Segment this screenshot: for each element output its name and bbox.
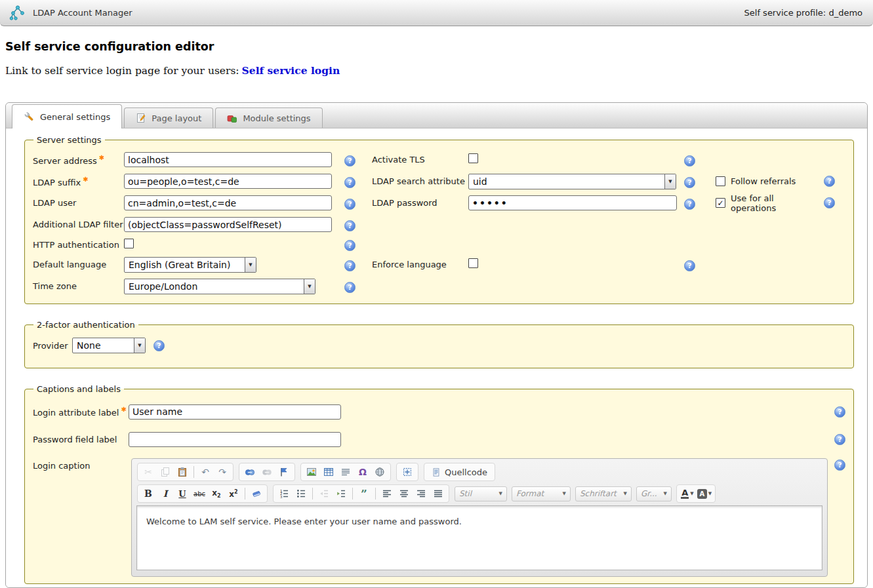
editor-content-area[interactable]: Welcome to LAM self service. Please ente…: [136, 505, 822, 570]
activate-tls-checkbox[interactable]: [468, 153, 478, 163]
remove-format-button[interactable]: [248, 486, 265, 501]
server-settings-fieldset: Server settings Server address✱ ? Activa…: [24, 135, 854, 304]
redo-button[interactable]: ↷: [214, 464, 231, 480]
ldap-password-input[interactable]: [468, 195, 677, 210]
row-login-attribute-label: Login attribute label✱ ?: [33, 398, 845, 425]
paste-button[interactable]: [174, 464, 191, 480]
font-size-combo[interactable]: Gr...▼: [636, 486, 672, 501]
align-justify-button[interactable]: [430, 486, 447, 501]
server-address-input[interactable]: [124, 152, 332, 167]
default-language-select[interactable]: English (Great Britain)▼: [124, 257, 256, 273]
iframe-button[interactable]: [371, 464, 388, 480]
help-icon[interactable]: ?: [344, 199, 355, 210]
help-icon[interactable]: ?: [684, 155, 695, 167]
http-authentication-checkbox[interactable]: [124, 239, 134, 248]
enforce-language-checkbox[interactable]: [468, 258, 478, 268]
cut-button[interactable]: ✂: [140, 464, 157, 480]
tab-page-layout[interactable]: Page layout: [124, 108, 213, 128]
password-field-label-input[interactable]: [129, 432, 341, 447]
special-character-button[interactable]: Ω: [354, 464, 371, 480]
bulleted-list-icon: [296, 488, 306, 499]
bulleted-list-button[interactable]: [293, 486, 310, 501]
text-color-button[interactable]: A▼: [679, 486, 696, 501]
login-link-line: Link to self service login page for your…: [5, 64, 873, 77]
dropdown-arrow-icon: ▼: [304, 279, 315, 294]
help-icon[interactable]: ?: [344, 240, 355, 251]
dropdown-arrow-icon: ▼: [494, 491, 502, 496]
blockquote-button[interactable]: ”: [355, 486, 373, 501]
help-icon[interactable]: ?: [684, 177, 695, 188]
paste-icon: [177, 467, 188, 477]
maximize-button[interactable]: [399, 464, 416, 480]
help-icon[interactable]: ?: [834, 406, 845, 418]
help-icon[interactable]: ?: [344, 220, 355, 231]
background-color-button[interactable]: A▼: [696, 486, 713, 501]
activate-tls-label: Activate TLS: [372, 155, 468, 165]
outdent-icon: [319, 488, 329, 499]
underline-button[interactable]: U: [174, 486, 191, 501]
ldap-password-label: LDAP password: [372, 198, 468, 208]
profile-label: Self service profile: d_demo: [744, 8, 863, 18]
anchor-button[interactable]: [275, 464, 293, 480]
undo-button[interactable]: ↶: [197, 464, 214, 480]
copy-button[interactable]: [157, 464, 174, 480]
tab-module-settings[interactable]: Module settings: [215, 108, 322, 128]
insert-image-button[interactable]: [303, 464, 320, 480]
styles-combo[interactable]: Stil▼: [455, 486, 507, 501]
superscript-icon: x2: [229, 489, 237, 499]
insert-link-button[interactable]: [241, 464, 258, 480]
login-link-text: Link to self service login page for your…: [5, 65, 239, 77]
use-for-all-operations-checkbox[interactable]: ✓: [716, 198, 725, 208]
align-left-button[interactable]: [378, 486, 396, 501]
modules-icon: [227, 113, 237, 123]
format-combo-label: Format: [516, 489, 544, 498]
horizontal-rule-button[interactable]: [337, 464, 354, 480]
follow-referrals-checkbox[interactable]: [716, 176, 725, 186]
provider-select[interactable]: None▼: [72, 338, 146, 353]
ldap-search-attribute-select[interactable]: uid▼: [468, 174, 676, 189]
strikethrough-button[interactable]: abc: [191, 486, 208, 501]
follow-referrals-label: Follow referrals: [731, 176, 796, 186]
table-icon: [323, 467, 334, 477]
subscript-button[interactable]: x2: [208, 486, 225, 501]
ldap-user-input[interactable]: [124, 195, 332, 210]
superscript-button[interactable]: x2: [225, 486, 242, 501]
tab-general-settings[interactable]: General settings: [12, 104, 122, 128]
help-icon[interactable]: ?: [684, 199, 695, 210]
login-attribute-label-input[interactable]: [129, 404, 341, 420]
settings-tabbox: General settings Page layout Module sett…: [5, 102, 868, 588]
use-for-all-operations-group: ✓ Use for all operations ?: [716, 193, 835, 213]
ldap-suffix-input[interactable]: [124, 174, 332, 189]
row-ldap-user: LDAP user ? LDAP password ? ✓ Use for al…: [33, 192, 845, 214]
login-caption-text: Welcome to LAM self service. Please ente…: [146, 517, 822, 526]
italic-button[interactable]: I: [157, 486, 174, 501]
captions-fieldset: Captions and labels Login attribute labe…: [24, 384, 854, 584]
numbered-list-button[interactable]: 123: [275, 486, 293, 501]
lam-logo-icon: [9, 5, 26, 22]
help-icon[interactable]: ?: [344, 260, 355, 271]
help-icon[interactable]: ?: [834, 434, 845, 445]
dropdown-arrow-icon: ▼: [690, 491, 693, 496]
font-combo[interactable]: Schriftart▼: [575, 486, 632, 501]
help-icon[interactable]: ?: [344, 282, 355, 293]
time-zone-select[interactable]: Europe/London▼: [124, 279, 315, 294]
help-icon[interactable]: ?: [344, 155, 355, 167]
help-icon[interactable]: ?: [824, 176, 835, 187]
increase-indent-button[interactable]: [333, 486, 350, 501]
remove-link-button[interactable]: [258, 464, 275, 480]
bold-button[interactable]: B: [140, 486, 157, 501]
align-center-button[interactable]: [396, 486, 413, 501]
align-right-button[interactable]: [413, 486, 430, 501]
follow-referrals-group: Follow referrals ?: [716, 176, 835, 187]
help-icon[interactable]: ?: [684, 260, 695, 271]
additional-ldap-filter-input[interactable]: [124, 217, 332, 232]
help-icon[interactable]: ?: [153, 340, 165, 351]
help-icon[interactable]: ?: [834, 460, 845, 471]
format-combo[interactable]: Format▼: [512, 486, 571, 501]
help-icon[interactable]: ?: [344, 177, 355, 188]
insert-table-button[interactable]: [320, 464, 337, 480]
help-icon[interactable]: ?: [824, 197, 835, 208]
source-code-button[interactable]: Quellcode: [426, 464, 493, 480]
decrease-indent-button[interactable]: [315, 486, 333, 501]
self-service-login-link[interactable]: Self service login: [242, 64, 340, 77]
